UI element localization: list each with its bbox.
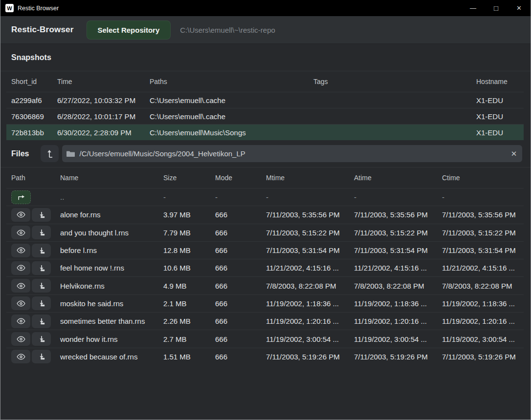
download-file-button[interactable] (32, 315, 51, 328)
preview-file-button[interactable] (11, 226, 30, 239)
file-path-bar[interactable]: /C/Users/emuell/Music/Songs/2004_Helveti… (62, 145, 522, 162)
download-icon (38, 300, 45, 307)
snapshot-paths: C:\Users\emuell\.cache (145, 96, 309, 105)
file-size: 12.8 MB (158, 246, 210, 254)
preview-file-button[interactable] (11, 244, 30, 257)
preview-file-button[interactable] (11, 350, 30, 363)
download-file-button[interactable] (32, 350, 51, 363)
file-mtime: 7/11/2003, 5:31:54 PM (261, 246, 349, 254)
snapshots-title: Snapshots (11, 53, 51, 62)
file-mode: 666 (210, 335, 261, 343)
current-path: /C/Users/emuell/Music/Songs/2004_Helveti… (79, 149, 506, 158)
file-name: feel home now !.rns (55, 264, 158, 272)
file-row[interactable]: and you thought l.rns 7.79 MB 666 7/11/2… (6, 224, 524, 241)
download-file-button[interactable] (32, 208, 51, 222)
download-file-button[interactable] (32, 296, 51, 310)
file-name: before l.rns (55, 246, 158, 254)
file-mtime: 7/11/2003, 5:19:26 PM (261, 353, 349, 361)
file-row[interactable]: wrecked because of.rns 1.51 MB 666 7/11/… (6, 348, 524, 365)
snapshots-section: Snapshots Short_id Time Paths Tags Hostn… (0, 44, 531, 140)
up-level-icon (46, 149, 54, 158)
file-ctime: 7/11/2003, 5:15:22 PM (437, 229, 524, 237)
download-file-button[interactable] (32, 226, 51, 239)
preview-file-button[interactable] (11, 315, 30, 328)
snapshot-time: 6/27/2022, 10:03:32 PM (52, 96, 145, 105)
repository-path: C:\Users\emuell\~\restic-repo (180, 26, 275, 34)
file-row[interactable]: moskito he said.rns 2.1 MB 666 11/19/200… (6, 294, 524, 312)
preview-file-button[interactable] (11, 208, 30, 222)
snapshot-time: 6/30/2022, 2:28:09 PM (52, 128, 145, 137)
file-ctime: 7/11/2003, 5:35:56 PM (437, 210, 524, 219)
file-ctime: 7/11/2003, 5:31:54 PM (437, 246, 524, 254)
preview-file-button[interactable] (11, 332, 30, 346)
snapshot-row-selected[interactable]: 72b813bb 6/30/2022, 2:28:09 PM C:\Users\… (6, 124, 524, 140)
column-header-mtime: Mtime (261, 174, 349, 182)
files-heading-band: Files /C/Users/emuell/Music/Songs/2004_ (0, 140, 531, 168)
file-atime: 7/11/2003, 5:31:54 PM (349, 246, 437, 254)
snapshot-row[interactable]: 76306869 6/28/2022, 10:01:17 PM C:\Users… (6, 108, 524, 124)
column-header-atime: Atime (349, 174, 437, 182)
file-mtime: 11/19/2002, 3:00:54 ... (261, 335, 349, 343)
select-repository-button[interactable]: Select Repository (87, 21, 171, 40)
column-header-size: Size (158, 174, 210, 182)
file-mode: 666 (210, 264, 261, 272)
download-file-button[interactable] (32, 279, 51, 293)
close-icon[interactable]: ✕ (508, 0, 531, 16)
parent-dir-row[interactable]: .. - - - - - (6, 188, 524, 206)
window-title: Restic Browser (18, 5, 59, 12)
download-file-button[interactable] (32, 332, 51, 346)
file-row[interactable]: feel home now !.rns 10.6 MB 666 11/21/20… (6, 259, 524, 276)
file-mode: - (210, 193, 261, 201)
maximize-icon[interactable]: □ (485, 0, 508, 16)
file-mode: 666 (210, 282, 261, 290)
snapshot-short-id: 76306869 (6, 112, 52, 121)
snapshot-paths: C:\Users\emuell\.cache (145, 112, 309, 121)
download-icon (38, 318, 45, 325)
files-section: Files /C/Users/emuell/Music/Songs/2004_ (0, 140, 531, 365)
preview-file-button[interactable] (11, 279, 30, 293)
file-ctime: 11/19/2002, 1:18:36 ... (437, 299, 524, 308)
files-table: Path Name Size Mode Mtime Atime Ctime (6, 168, 524, 365)
snapshot-short-id: 72b813bb (6, 128, 52, 137)
file-atime: 11/21/2002, 4:15:16 ... (349, 264, 437, 272)
snapshot-row[interactable]: a2299af6 6/27/2022, 10:03:32 PM C:\Users… (6, 92, 524, 108)
file-mtime: 11/19/2002, 1:18:36 ... (261, 299, 349, 308)
eye-icon (17, 230, 25, 236)
files-title: Files (11, 149, 29, 158)
snapshot-hostname: X1-EDU (471, 96, 524, 105)
file-atime: 11/19/2002, 1:18:36 ... (349, 299, 437, 308)
file-mtime: 7/11/2003, 5:15:22 PM (261, 229, 349, 237)
eye-icon (17, 211, 25, 218)
column-header-path: Path (6, 174, 55, 182)
file-mode: 666 (210, 299, 261, 308)
download-icon (38, 247, 45, 254)
column-header-hostname: Hostname (471, 78, 524, 85)
file-row[interactable]: before l.rns 12.8 MB 666 7/11/2003, 5:31… (6, 241, 524, 259)
file-ctime: 7/8/2003, 8:22:08 PM (437, 282, 524, 290)
eye-icon (17, 265, 25, 271)
file-size: 2.7 MB (158, 335, 210, 343)
clear-path-icon[interactable]: ✕ (506, 145, 522, 162)
download-file-button[interactable] (32, 261, 51, 275)
minimize-icon[interactable]: — (462, 0, 485, 16)
preview-file-button[interactable] (11, 261, 30, 275)
folder-icon (66, 150, 75, 157)
snapshot-hostname: X1-EDU (471, 128, 524, 137)
file-size: 10.6 MB (158, 264, 210, 272)
file-row[interactable]: alone for.rns 3.97 MB 666 7/11/2003, 5:3… (6, 206, 524, 223)
up-level-button[interactable] (41, 145, 59, 162)
file-mtime: - (261, 193, 349, 201)
files-table-header: Path Name Size Mode Mtime Atime Ctime (6, 168, 524, 188)
download-file-button[interactable] (32, 244, 51, 257)
go-parent-dir-button[interactable] (11, 190, 31, 204)
eye-icon (17, 283, 25, 289)
file-row[interactable]: sometimes better than.rns 2.26 MB 666 11… (6, 312, 524, 330)
file-row[interactable]: Helvikone.rns 4.9 MB 666 7/8/2003, 8:22:… (6, 276, 524, 294)
file-name: sometimes better than.rns (55, 317, 158, 325)
snapshot-paths: C:\Users\emuell\Music\Songs (145, 128, 309, 137)
file-row[interactable]: wonder how it.rns 2.7 MB 666 11/19/2002,… (6, 330, 524, 347)
download-icon (38, 353, 45, 360)
file-name: alone for.rns (55, 210, 158, 219)
file-mtime: 7/8/2003, 8:22:08 PM (261, 282, 349, 290)
preview-file-button[interactable] (11, 296, 30, 310)
